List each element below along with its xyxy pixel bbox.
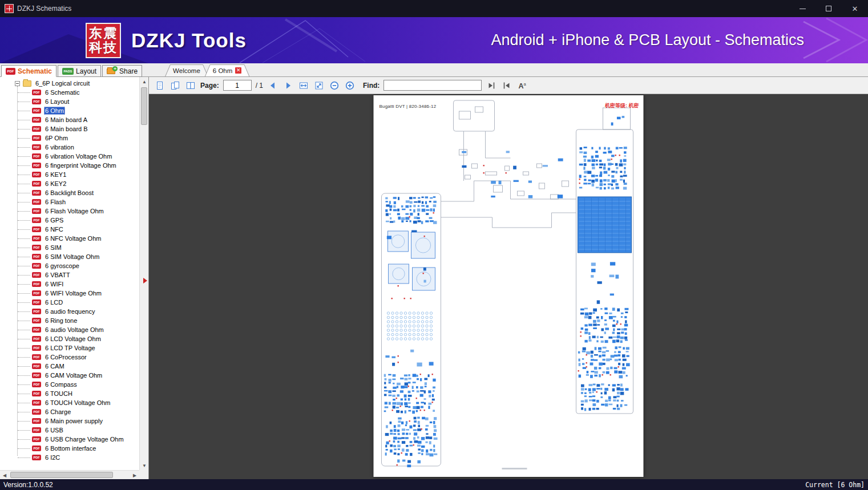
close-button[interactable]: ✕ (842, 0, 868, 17)
tree-item-6-schematic[interactable]: PDF6 Schematic (0, 88, 139, 97)
svg-text:a: a (524, 81, 527, 86)
find-input[interactable] (383, 80, 482, 91)
scroll-left-icon[interactable]: ◀ (0, 471, 9, 480)
pdf-file-icon: PDF (32, 418, 41, 424)
tree-item-6-key1[interactable]: PDF6 KEY1 (0, 170, 139, 179)
tree-item-6-audio-voltage-ohm[interactable]: PDF6 audio Voltage Ohm (0, 325, 139, 334)
tree-item-6-main-board-b[interactable]: PDF6 Main board B (0, 124, 139, 133)
pdf-file-icon: PDF (32, 309, 41, 314)
pdf-file-icon: PDF (32, 190, 41, 196)
tree-item-6-main-board-a[interactable]: PDF6 Main board A (0, 115, 139, 124)
tree-item-6-touch-voltage-ohm[interactable]: PDF6 TOUCH Voltage Ohm (0, 398, 139, 407)
tree-item-6-sim-voltage-ohm[interactable]: PDF6 SIM Voltage Ohm (0, 252, 139, 261)
pdf-viewer-canvas[interactable]: Bugatti DVT | 820-3486-12 机密等级: 机密 (149, 94, 868, 479)
tree-item-6-layout[interactable]: PDF6 Layout (0, 97, 139, 106)
tree-item-label: 6 Main power supply (44, 417, 104, 425)
tree-item-6-i2c[interactable]: PDF6 I2C (0, 453, 139, 462)
single-page-view-icon[interactable] (154, 80, 165, 91)
previous-page-icon[interactable] (267, 80, 278, 91)
pdf-page: Bugatti DVT | 820-3486-12 机密等级: 机密 (374, 95, 644, 477)
tree-item-6-fingerprint-voltage-ohm[interactable]: PDF6 fingerprint Voltage Ohm (0, 161, 139, 170)
pdf-file-icon: PDF (32, 272, 41, 278)
app-icon (5, 4, 14, 13)
ribbon-tab-schematic[interactable]: PDFSchematic (1, 65, 56, 77)
tree-item-label: 6 Ring tone (44, 317, 78, 325)
tree-item-6-wifi[interactable]: PDF6 WIFI (0, 280, 139, 289)
tree-item-6-compass[interactable]: PDF6 Compass (0, 380, 139, 389)
tree-item-6-sim[interactable]: PDF6 SIM (0, 243, 139, 252)
text-size-icon[interactable]: Aa (516, 80, 528, 91)
zoom-in-icon[interactable] (344, 80, 356, 91)
ribbon-tab-label: Share (119, 67, 138, 75)
find-next-icon[interactable] (501, 80, 512, 91)
tree-root-folder[interactable]: 6_6P Logical circuit (0, 79, 139, 88)
ribbon-tab-layout[interactable]: PADSLayout (58, 65, 101, 77)
tree-item-6-nfc[interactable]: PDF6 NFC (0, 225, 139, 234)
tree-item-6-flash-voltage-ohm[interactable]: PDF6 Flash Voltage Ohm (0, 206, 139, 216)
document-tab-welcome[interactable]: Welcome (165, 64, 208, 76)
tree-item-6-lcd[interactable]: PDF6 LCD (0, 298, 139, 307)
tree-item-6-usb-charge-voltage-ohm[interactable]: PDF6 USB Charge Voltage Ohm (0, 435, 139, 444)
tree-item-6p-ohm[interactable]: PDF6P Ohm (0, 133, 139, 143)
tree-item-6-cam[interactable]: PDF6 CAM (0, 362, 139, 371)
tree-item-label: 6 CAM (44, 362, 66, 370)
pdf-file-icon: PDF (32, 354, 41, 360)
minimize-button[interactable] (789, 0, 815, 17)
tree-item-6-vibration-voltage-ohm[interactable]: PDF6 vibration Voltage Ohm (0, 152, 139, 161)
horizontal-scroll-thumb[interactable] (10, 472, 113, 478)
tree-item-6-main-power-supply[interactable]: PDF6 Main power supply (0, 416, 139, 426)
tree-vertical-scrollbar[interactable]: ▲ ▼ (139, 77, 148, 470)
facing-pages-icon[interactable] (185, 80, 196, 91)
maximize-button[interactable] (815, 0, 842, 17)
vertical-scroll-thumb[interactable] (141, 87, 147, 125)
tree-item-label: 6 TOUCH Voltage Ohm (44, 399, 112, 407)
tree-item-6-usb[interactable]: PDF6 USB (0, 426, 139, 435)
tree-item-6-cam-voltage-ohm[interactable]: PDF6 CAM Voltage Ohm (0, 371, 139, 380)
page-number-input[interactable] (223, 80, 252, 91)
zoom-out-icon[interactable] (329, 80, 340, 91)
ribbon-tab-share[interactable]: +Share (102, 65, 142, 77)
tree-item-6-ohm[interactable]: PDF6 Ohm (0, 106, 139, 115)
tree-item-6-lcd-tp-voltage[interactable]: PDF6 LCD TP Voltage (0, 343, 139, 353)
close-tab-icon[interactable]: ✕ (235, 67, 241, 74)
document-tab-6-ohm[interactable]: 6 Ohm✕ (205, 64, 250, 76)
tree-item-6-gyroscope[interactable]: PDF6 gyroscope (0, 261, 139, 270)
scroll-right-icon[interactable]: ▶ (130, 471, 139, 480)
scroll-up-icon[interactable]: ▲ (140, 77, 149, 86)
tree-item-6-wifi-voltage-ohm[interactable]: PDF6 WIFI Voltage Ohm (0, 289, 139, 298)
tree-item-6-ring-tone[interactable]: PDF6 Ring tone (0, 316, 139, 325)
tree-item-label: 6 NFC (44, 225, 64, 233)
minimize-icon (800, 9, 806, 9)
find-previous-icon[interactable] (486, 80, 497, 91)
tree-item-6-coprocessor[interactable]: PDF6 CoProcessor (0, 353, 139, 362)
tree-item-6-audio-frequency[interactable]: PDF6 audio frequency (0, 307, 139, 316)
tree-horizontal-scrollbar[interactable]: ◀ ▶ (0, 470, 139, 479)
header-banner: 东震 科技 DZKJ Tools Android + iPhone & PCB … (0, 17, 868, 63)
tree-item-6-touch[interactable]: PDF6 TOUCH (0, 389, 139, 398)
tree-item-6-vbatt[interactable]: PDF6 VBATT (0, 270, 139, 280)
tree-item-6-vibration[interactable]: PDF6 vibration (0, 143, 139, 152)
tree-item-6-gps[interactable]: PDF6 GPS (0, 216, 139, 225)
scroll-down-icon[interactable]: ▼ (140, 461, 149, 470)
next-page-icon[interactable] (282, 80, 294, 91)
tree-item-6-lcd-voltage-ohm[interactable]: PDF6 LCD Voltage Ohm (0, 334, 139, 343)
tree-item-6-key2[interactable]: PDF6 KEY2 (0, 179, 139, 188)
tree-item-6-flash[interactable]: PDF6 Flash (0, 197, 139, 206)
fit-width-icon[interactable] (298, 80, 309, 91)
tree-item-6-backlight-boost[interactable]: PDF6 Backlight Boost (0, 188, 139, 197)
fit-page-icon[interactable] (313, 80, 325, 91)
sidebar-collapse-arrow[interactable] (143, 278, 147, 284)
continuous-view-icon[interactable] (169, 80, 181, 91)
tree-expander-icon[interactable] (15, 81, 20, 86)
tree-item-6-nfc-voltage-ohm[interactable]: PDF6 NFC Voltage Ohm (0, 234, 139, 243)
pdf-file-icon: PDF (32, 281, 41, 287)
tree-item-6-charge[interactable]: PDF6 Charge (0, 407, 139, 416)
document-tab-label: 6 Ohm (213, 67, 233, 74)
tree-item-label: 6 Bottom interface (44, 444, 97, 452)
pdf-file-icon: PDF (32, 427, 41, 433)
tree-item-label: 6 Main board B (44, 125, 89, 133)
tree-view: 6_6P Logical circuitPDF6 SchematicPDF6 L… (0, 77, 139, 470)
app-name: DZKJ Tools (131, 29, 247, 52)
tree-item-6-bottom-interface[interactable]: PDF6 Bottom interface (0, 444, 139, 453)
banner-tagline: Android + iPhone & PCB Layout - Schemati… (491, 31, 868, 49)
